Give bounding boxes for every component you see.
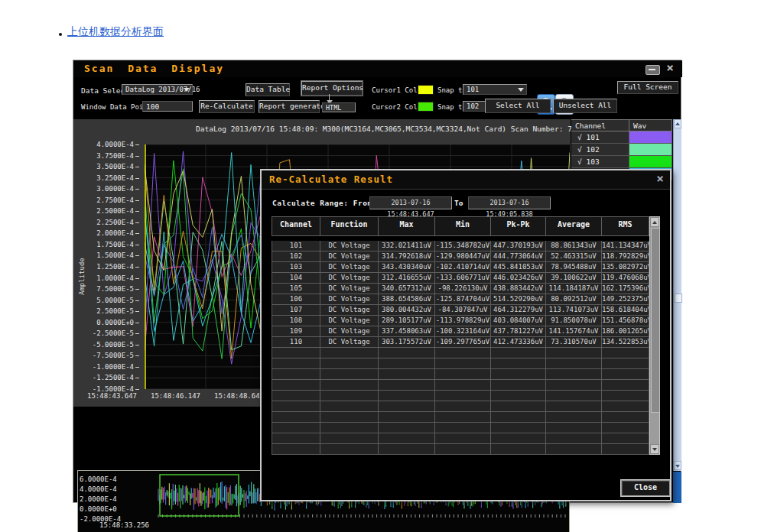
- table-cell: [320, 369, 379, 380]
- window-data-points-input[interactable]: 100: [142, 101, 193, 112]
- table-header-cell[interactable]: RMS: [602, 216, 649, 236]
- table-row[interactable]: [272, 369, 649, 380]
- close-icon[interactable]: ×: [662, 61, 678, 75]
- select-all-button[interactable]: Select All: [485, 99, 551, 113]
- page-heading-link[interactable]: 上位机数据分析界面: [67, 25, 164, 39]
- table-row[interactable]: 106DC Voltage388.654586uV-125.874704uV51…: [272, 294, 649, 305]
- range-to-input[interactable]: 2013-07-16 15:49:05.838: [468, 196, 551, 209]
- channel-row[interactable]: √ 101: [571, 131, 672, 144]
- channel-column-header: Channel: [571, 119, 629, 131]
- wav-color-column-header: Wav Color: [629, 119, 672, 131]
- channel-checkbox[interactable]: √ 102: [571, 144, 629, 156]
- table-row[interactable]: 103DC Voltage343.430340uV-102.410714uV44…: [272, 262, 649, 273]
- table-header-cell[interactable]: Max: [379, 216, 435, 236]
- cursor1-color-swatch[interactable]: [418, 85, 434, 95]
- table-cell: [491, 369, 546, 380]
- table-cell: -133.606771uV: [435, 273, 491, 284]
- table-cell: [272, 348, 320, 358]
- y-tick-label: 3.7500E-4: [75, 152, 139, 160]
- table-cell: [602, 369, 649, 380]
- channel-checkbox[interactable]: √ 101: [571, 131, 629, 144]
- snap1-dropdown[interactable]: 101: [463, 84, 527, 95]
- table-row[interactable]: 108DC Voltage289.105177uV-113.978829uV40…: [272, 316, 649, 326]
- y-tick-label: 2.7500E-4: [75, 196, 139, 204]
- y-tick-label: 1.0000E-4: [75, 274, 139, 282]
- scrollbar-thumb[interactable]: [675, 294, 682, 303]
- table-header-cell[interactable]: Min: [435, 216, 491, 236]
- table-cell: [491, 348, 546, 358]
- table-row[interactable]: [272, 433, 649, 444]
- table-row[interactable]: 105DC Voltage340.657312uV-98.226130uV438…: [272, 284, 649, 294]
- table-row[interactable]: 109DC Voltage337.458063uV-100.323164uV43…: [272, 326, 649, 337]
- table-cell: [435, 391, 491, 401]
- window-title: Scan Data Display: [84, 63, 224, 74]
- table-row[interactable]: [272, 348, 649, 358]
- table-scrollbar-thumb[interactable]: [651, 228, 660, 413]
- overview-y-tick-label: 0.0000E+0: [80, 505, 116, 513]
- table-cell: [379, 380, 435, 391]
- report-options-button[interactable]: Report Options: [301, 81, 363, 96]
- minimize-icon[interactable]: [646, 65, 660, 75]
- y-tick-label: 3.0000E-4: [75, 185, 139, 193]
- table-cell: -113.978829uV: [435, 316, 491, 326]
- table-scroll-down-icon[interactable]: [650, 444, 659, 454]
- table-cell: [320, 380, 379, 391]
- table-row[interactable]: 110DC Voltage303.175572uV-109.297765uV41…: [272, 337, 649, 348]
- table-cell: [602, 380, 649, 391]
- dialog-close-button[interactable]: Close: [621, 480, 670, 496]
- channel-row[interactable]: √ 102: [571, 144, 672, 156]
- data-table-button[interactable]: Data Table: [246, 83, 290, 96]
- table-cell: 109: [272, 326, 320, 337]
- recalculate-button[interactable]: Re-Calculate: [199, 100, 255, 113]
- table-cell: 102: [272, 251, 320, 262]
- overview-y-tick-label: 2.0000E-4: [80, 495, 116, 503]
- table-row[interactable]: 107DC Voltage380.004432uV-84.307847uV464…: [272, 305, 649, 316]
- table-cell: [546, 444, 602, 455]
- x-tick-label: 15:48:46.147: [151, 392, 200, 400]
- table-cell: [435, 358, 491, 369]
- table-row[interactable]: [272, 444, 649, 455]
- chevron-down-icon: [184, 88, 190, 92]
- y-tick-label: -1.2500E-4: [75, 374, 139, 381]
- dialog-close-icon[interactable]: ×: [653, 172, 667, 186]
- data-select-dropdown[interactable]: DataLog 2013/07/16: [122, 84, 193, 95]
- report-generator-button[interactable]: Report generator: [259, 100, 320, 113]
- cursor2-color-swatch[interactable]: [418, 102, 434, 112]
- table-cell: -109.297765uV: [435, 337, 491, 348]
- report-format-dropdown[interactable]: HTML: [322, 102, 356, 112]
- table-row[interactable]: 104DC Voltage312.416655uV-133.606771uV44…: [272, 273, 649, 284]
- table-cell: 108: [272, 316, 320, 326]
- table-header-cell[interactable]: Pk-Pk: [491, 216, 546, 236]
- table-row[interactable]: 101DC Voltage332.021411uV-115.348782uV44…: [272, 241, 649, 251]
- channel-row[interactable]: √ 103: [571, 156, 672, 168]
- scroll-down-icon[interactable]: [674, 461, 681, 470]
- table-cell: DC Voltage: [320, 294, 379, 305]
- chart-header-text: DataLog 2013/07/16 15:48:09: M300(MC3164…: [196, 125, 581, 133]
- channel-list-scrollbar[interactable]: [673, 119, 681, 471]
- table-cell: 114.184187uV: [546, 284, 602, 294]
- table-scrollbar[interactable]: [649, 216, 660, 455]
- unselect-all-button[interactable]: Unselect All: [553, 99, 617, 113]
- table-header-cell[interactable]: Average: [546, 216, 602, 236]
- table-cell: [491, 358, 546, 369]
- table-cell: [435, 380, 491, 391]
- table-row[interactable]: [272, 391, 649, 401]
- table-row[interactable]: [272, 401, 649, 412]
- table-header-cell[interactable]: Function: [320, 216, 379, 236]
- table-cell: 107: [272, 305, 320, 316]
- table-row[interactable]: 102DC Voltage314.792618uV-129.980447uV44…: [272, 251, 649, 262]
- table-row[interactable]: [272, 423, 649, 433]
- table-cell: DC Voltage: [320, 305, 379, 316]
- scroll-up-icon[interactable]: [674, 119, 681, 128]
- table-row[interactable]: [272, 380, 649, 391]
- table-row[interactable]: [272, 412, 649, 423]
- range-from-input[interactable]: 2013-07-16 15:48:43.647: [369, 196, 452, 209]
- channel-checkbox[interactable]: √ 103: [571, 156, 629, 168]
- table-header-cell[interactable]: Channel: [272, 216, 320, 236]
- full-screen-button[interactable]: Full Screen: [617, 81, 678, 94]
- table-scroll-up-icon[interactable]: [650, 217, 659, 227]
- table-cell: [546, 369, 602, 380]
- table-cell: 340.657312uV: [379, 284, 435, 294]
- table-row[interactable]: [272, 358, 649, 369]
- table-cell: [546, 423, 602, 433]
